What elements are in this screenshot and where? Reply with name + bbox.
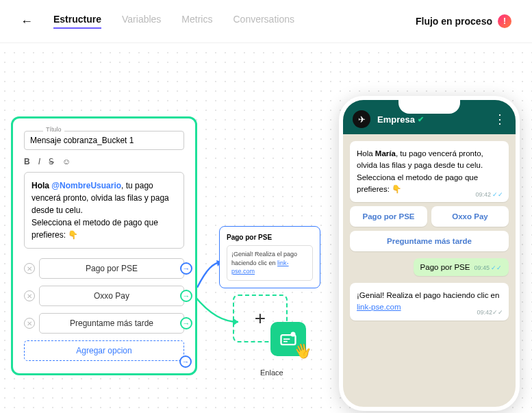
option-row: ✕ Pago por PSE → — [24, 258, 184, 279]
company-avatar: ✈ — [353, 110, 370, 128]
timestamp: 09:42✓✓ — [475, 190, 503, 200]
response-node[interactable]: Pago por PSE ¡Genial! Realiza el pago ha… — [219, 226, 320, 288]
tab-metrics[interactable]: Metrics — [181, 14, 212, 29]
emoji-button[interactable]: ☺ — [62, 157, 71, 166]
read-ticks-icon: ✓✓ — [492, 309, 503, 316]
quick-reply-row: Pago por PSE Oxxo Pay — [350, 206, 509, 227]
timestamp: 09:45 — [474, 264, 490, 271]
phone-preview: ✈ Empresa✔ ⋮ Hola María, tu pago vencerá… — [339, 96, 520, 411]
pointing-down-icon: 👇 — [392, 185, 401, 193]
italic-button[interactable]: I — [38, 157, 40, 166]
phone-notch — [398, 99, 460, 114]
remove-option-button[interactable]: ✕ — [24, 318, 35, 329]
link-block-label: Enlace — [260, 368, 283, 377]
msg-text: Hola — [31, 181, 51, 190]
option-button[interactable]: Pago por PSE — [39, 258, 184, 279]
variable-token[interactable]: @NombreUsuario — [51, 181, 121, 190]
strike-button[interactable]: S̶ — [49, 157, 54, 166]
remove-option-button[interactable]: ✕ — [24, 290, 35, 301]
quick-reply-button[interactable]: Oxxo Pay — [431, 206, 509, 227]
incoming-message: Hola María, tu pago vencerá pronto, olvi… — [350, 141, 509, 202]
incoming-message: ¡Genial! Realiza el pago haciendo clic e… — [350, 283, 509, 321]
format-toolbar: B I S̶ ☺ — [24, 157, 184, 166]
option-button[interactable]: Oxxo Pay — [39, 286, 184, 306]
tab-variables[interactable]: Variables — [122, 14, 161, 29]
link[interactable]: link-pse.com — [357, 303, 401, 311]
warning-icon: ! — [498, 14, 511, 28]
back-arrow[interactable]: ← — [21, 14, 33, 29]
read-ticks-icon: ✓✓ — [492, 191, 503, 198]
tabs: Estructure Variables Metrics Conversatio… — [53, 14, 416, 29]
node-title: Pago por PSE — [227, 234, 313, 241]
bold-button[interactable]: B — [24, 157, 30, 166]
quick-reply-button[interactable]: Pago por PSE — [350, 206, 427, 227]
flow-status: Flujo en proceso ! — [416, 14, 511, 28]
connector-port[interactable]: → — [179, 355, 192, 368]
tab-conversations[interactable]: Conversations — [233, 14, 294, 29]
connector-port[interactable]: → — [180, 290, 192, 302]
verified-icon: ✔ — [418, 115, 424, 124]
tab-estructure[interactable]: Estructure — [53, 14, 101, 29]
add-option-button[interactable]: Agregar opcion → — [24, 340, 184, 361]
plus-icon: + — [255, 308, 266, 329]
timestamp: 09:42✓✓ — [477, 308, 503, 318]
connector-port[interactable]: → — [180, 262, 192, 275]
msg-text: Selecciona el metodo de pago que prefier… — [31, 218, 158, 240]
title-field-label: Título — [43, 126, 64, 133]
connector-arrow — [193, 295, 241, 329]
option-button[interactable]: Preguntame más tarde — [39, 313, 184, 334]
remove-option-button[interactable]: ✕ — [24, 263, 35, 274]
topbar: ← Estructure Variables Metrics Conversat… — [0, 0, 532, 43]
flow-status-label: Flujo en proceso — [416, 16, 492, 27]
option-row: ✕ Oxxo Pay → — [24, 286, 184, 306]
chat-body: Hola María, tu pago vencerá pronto, olvi… — [343, 134, 516, 327]
quick-reply-button[interactable]: Preguntame más tarde — [350, 231, 509, 251]
outgoing-message: Pago por PSE09:45✓✓ — [414, 258, 509, 276]
read-ticks-icon: ✓✓ — [491, 264, 502, 271]
company-name: Empresa✔ — [377, 114, 487, 125]
message-body[interactable]: Hola @NombreUsuario, tu pago vencerá pro… — [24, 172, 184, 249]
message-builder: Título B I S̶ ☺ Hola @NombreUsuario, tu … — [11, 116, 197, 375]
connector-port[interactable]: → — [180, 317, 192, 329]
pointing-down-icon: 👇 — [68, 230, 78, 240]
title-input[interactable] — [24, 131, 184, 150]
svg-point-3 — [291, 332, 296, 337]
svg-marker-1 — [233, 318, 238, 326]
node-body: ¡Genial! Realiza el pago haciendo clic e… — [227, 245, 313, 281]
more-icon[interactable]: ⋮ — [494, 112, 506, 127]
option-row: ✕ Preguntame más tarde → — [24, 313, 184, 334]
